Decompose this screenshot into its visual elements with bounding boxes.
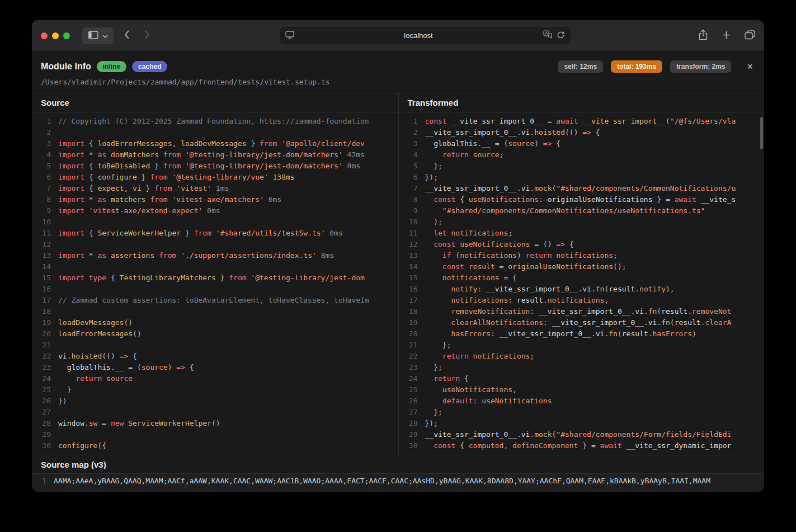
- vertical-scrollbar[interactable]: [760, 117, 763, 149]
- code-text: import type { TestingLibraryMatchers } f…: [58, 272, 365, 284]
- line-number: 18: [36, 306, 51, 317]
- code-line: 2: [36, 127, 398, 138]
- forward-button[interactable]: [140, 29, 155, 43]
- line-number: 24: [36, 373, 51, 384]
- code-line: 3import { loadErrorMessages, loadDevMess…: [36, 138, 398, 149]
- minimize-window-button[interactable]: [52, 32, 59, 39]
- share-button[interactable]: [698, 29, 708, 43]
- code-text: return {: [425, 373, 469, 384]
- transformed-panel: 1const __vite_ssr_import_0__ = await __v…: [398, 112, 765, 455]
- line-number: 23: [403, 362, 418, 373]
- code-line: 10: [36, 216, 398, 228]
- code-text: removeNotification: __vite_ssr_import_0_…: [425, 306, 732, 317]
- page-settings-button[interactable]: [285, 31, 294, 40]
- code-line: 4 return source;: [403, 149, 765, 161]
- line-number: 13: [36, 250, 51, 261]
- code-line: 29: [36, 429, 398, 440]
- close-button[interactable]: ×: [746, 62, 754, 72]
- line-number: 14: [403, 261, 418, 272]
- timing-badge-self: self: 12ms: [558, 60, 603, 73]
- line-number: 3: [403, 138, 418, 149]
- line-number: 27: [403, 407, 418, 418]
- line-number: 1: [36, 116, 51, 127]
- line-number: 9: [36, 205, 51, 216]
- back-button[interactable]: [119, 29, 134, 43]
- line-number: 8: [36, 194, 51, 205]
- code-line: 24 return source: [36, 373, 398, 384]
- new-tab-button[interactable]: [722, 30, 731, 41]
- code-line: 19loadDevMessages(): [36, 317, 398, 328]
- code-text: import { loadErrorMessages, loadDevMessa…: [58, 138, 365, 149]
- code-text: import * as matchers from 'vitest-axe/ma…: [58, 194, 281, 205]
- code-line: 15import type { TestingLibraryMatchers }…: [36, 272, 398, 284]
- line-number: 15: [36, 272, 51, 284]
- browser-window: localhost A: [32, 20, 764, 492]
- code-line: 15 notifications = {: [403, 272, 765, 284]
- url-text[interactable]: localhost: [299, 31, 539, 40]
- code-text: return source: [58, 373, 133, 384]
- code-text: notify: __vite_ssr_import_0__.vi.fn(resu…: [425, 284, 675, 295]
- code-line: 16: [36, 284, 398, 295]
- code-text: notifications = {: [425, 272, 517, 284]
- tab-overview-button[interactable]: [745, 30, 755, 41]
- line-number: 11: [36, 228, 51, 239]
- reload-button[interactable]: [557, 31, 565, 41]
- bottom-filler: [32, 488, 764, 492]
- chevron-down-icon: [102, 31, 108, 40]
- new-tab-icon: [722, 30, 731, 41]
- code-line: 18: [36, 306, 398, 317]
- panel-headers: Source Transformed: [32, 93, 764, 112]
- line-number: 22: [403, 351, 418, 362]
- line-number: 24: [403, 373, 418, 384]
- code-text: const { useNotifications: originalUseNot…: [425, 194, 736, 205]
- code-text: globalThis.__ = (source) => {: [58, 362, 194, 373]
- code-line: 25 useNotifications,: [403, 384, 765, 396]
- code-region: 1// Copyright (C) 2012-2025 Zammad Found…: [32, 112, 764, 455]
- code-text: __vite_ssr_import_0__.vi.hoisted(() => {: [425, 127, 600, 138]
- address-bar[interactable]: localhost A: [280, 27, 571, 44]
- page-icon: [285, 31, 294, 40]
- code-text: import { expect, vi } from 'vitest' 1ms: [58, 183, 229, 194]
- line-number: 2: [403, 127, 418, 138]
- svg-text:A: A: [545, 31, 548, 36]
- line-number: 3: [36, 138, 51, 149]
- browser-toolbar: localhost A: [32, 20, 764, 51]
- badge-inline: inline: [97, 61, 126, 72]
- line-number: 4: [36, 149, 51, 161]
- close-window-button[interactable]: [41, 32, 48, 39]
- line-number: 1: [32, 476, 46, 486]
- toolbar-right-buttons: [698, 29, 755, 43]
- code-line: 21: [36, 340, 398, 351]
- line-number: 13: [403, 250, 418, 261]
- tab-overview-icon: [745, 30, 755, 41]
- sidebar-toggle-button[interactable]: [82, 27, 114, 44]
- code-line: 28});: [403, 418, 765, 429]
- code-line: 22vi.hoisted(() => {: [36, 351, 398, 362]
- line-number: 20: [403, 328, 418, 340]
- code-line: 7import { expect, vi } from 'vitest' 1ms: [36, 183, 398, 194]
- code-text: const __vite_ssr_import_0__ = await __vi…: [425, 116, 736, 127]
- code-line: 28window.sw = new ServiceWorkerHelper(): [36, 418, 398, 429]
- zoom-window-button[interactable]: [63, 32, 70, 39]
- code-text: useNotifications,: [425, 384, 517, 396]
- timing-badges: self: 12ms total: 193ms transform: 2ms: [558, 60, 731, 73]
- window-controls: [41, 32, 70, 39]
- line-number: 20: [36, 328, 51, 340]
- line-number: 4: [403, 149, 418, 161]
- sourcemap-line: 1 AAMA;AAeA,yBAAG,QAAQ,MAAM;AACf,aAAW,KA…: [32, 473, 764, 488]
- code-line: 21 };: [403, 340, 765, 351]
- code-line: 17// Zammad custom assertions: toBeAvata…: [36, 295, 398, 306]
- code-text: import { configure } from '@testing-libr…: [58, 172, 295, 183]
- source-panel-title: Source: [32, 93, 398, 112]
- module-file-path: /Users/vladimir/Projects/zammad/app/fron…: [41, 78, 754, 86]
- code-text: }: [58, 384, 71, 396]
- line-number: 6: [36, 172, 51, 183]
- code-text: loadDevMessages(): [58, 317, 133, 328]
- code-line: 25 }: [36, 384, 398, 396]
- translate-button[interactable]: A: [543, 30, 552, 41]
- line-number: 5: [403, 161, 418, 172]
- code-line: 24 return {: [403, 373, 765, 384]
- code-text: notifications: result.notifications,: [425, 295, 609, 306]
- code-line: 13import * as assertions from './support…: [36, 250, 398, 261]
- code-line: 18 removeNotification: __vite_ssr_import…: [403, 306, 765, 317]
